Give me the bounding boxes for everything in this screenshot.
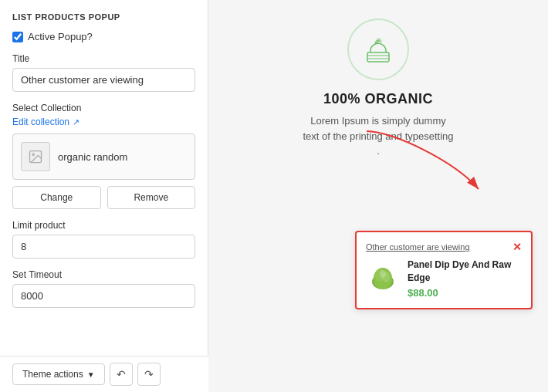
left-panel: LIST PRODUCTS POPUP Active Popup? Title … [0, 0, 208, 356]
edit-collection-text: Edit collection [12, 117, 69, 127]
collection-name: organic random [58, 151, 127, 163]
undo-button[interactable]: ↶ [110, 363, 133, 386]
svg-rect-2 [367, 52, 389, 62]
theme-actions-button[interactable]: Theme actions ▼ [12, 363, 105, 385]
product-name: Panel Dip Dye And Raw Edge [408, 259, 522, 285]
main-container: LIST PRODUCTS POPUP Active Popup? Title … [0, 0, 548, 356]
title-label: Title [12, 53, 195, 64]
redo-icon: ↷ [144, 368, 154, 380]
title-input[interactable] [12, 68, 195, 92]
limit-product-input[interactable] [12, 235, 195, 259]
product-price: $88.00 [408, 287, 522, 299]
product-details: Panel Dip Dye And Raw Edge $88.00 [408, 259, 522, 299]
popup-card: Other customer are viewing ✕ Panel Dip D… [355, 231, 533, 309]
section-title: LIST PRODUCTS POPUP [12, 12, 195, 22]
collection-btn-row: Change Remove [12, 186, 195, 209]
change-button[interactable]: Change [12, 186, 101, 209]
external-link-icon: ↗ [73, 117, 79, 127]
right-panel: 100% ORGANIC Lorem Ipsum is simply dummy… [208, 0, 548, 356]
theme-actions-label: Theme actions [22, 369, 83, 380]
collection-box: organic random [12, 133, 195, 180]
chevron-down-icon: ▼ [87, 370, 95, 379]
set-timeout-input[interactable] [12, 284, 195, 308]
limit-product-label: Limit product [12, 220, 195, 231]
undo-icon: ↶ [117, 368, 126, 380]
active-popup-row: Active Popup? [12, 31, 195, 42]
active-popup-label: Active Popup? [28, 31, 93, 42]
svg-point-8 [380, 270, 386, 278]
popup-close-button[interactable]: ✕ [512, 242, 522, 252]
organic-title: 100% ORGANIC [323, 91, 433, 107]
redo-button[interactable]: ↷ [137, 363, 161, 386]
popup-card-header: Other customer are viewing ✕ [366, 242, 522, 252]
organic-icon-circle [347, 19, 409, 80]
product-image [366, 262, 400, 296]
remove-button[interactable]: Remove [107, 186, 196, 209]
bottom-bar: Theme actions ▼ ↶ ↷ [0, 356, 208, 392]
set-timeout-label: Set Timeout [12, 269, 195, 280]
organic-icon [360, 31, 397, 68]
popup-product-row: Panel Dip Dye And Raw Edge $88.00 [366, 259, 522, 299]
svg-point-1 [32, 154, 35, 156]
popup-viewing-text: Other customer are viewing [366, 242, 470, 252]
image-icon [28, 149, 43, 164]
organic-desc: Lorem Ipsum is simply dummy text of the … [301, 113, 455, 159]
active-popup-checkbox[interactable] [12, 32, 23, 42]
product-image-icon [366, 262, 400, 296]
edit-collection-link[interactable]: Edit collection ↗ [12, 117, 195, 127]
select-collection-label: Select Collection [12, 103, 195, 113]
collection-image-placeholder [21, 142, 50, 171]
